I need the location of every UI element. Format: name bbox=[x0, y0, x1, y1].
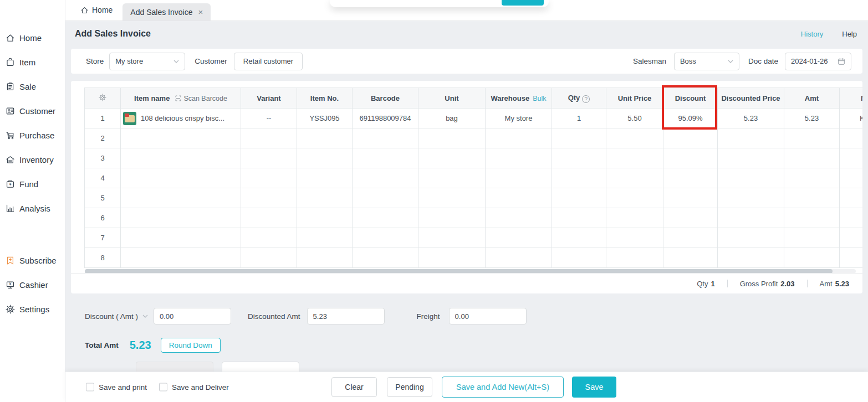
item-no-cell[interactable]: YSSJ095 bbox=[297, 109, 353, 128]
qty-cell[interactable]: 1 bbox=[552, 109, 606, 128]
empty-cell[interactable] bbox=[486, 128, 552, 148]
empty-cell[interactable] bbox=[486, 248, 552, 268]
table-row-empty[interactable]: 2 bbox=[85, 128, 863, 148]
empty-cell[interactable] bbox=[297, 228, 353, 248]
empty-cell[interactable] bbox=[784, 128, 840, 148]
close-icon[interactable]: × bbox=[198, 8, 203, 16]
clear-button[interactable]: Clear bbox=[331, 377, 377, 397]
qty-help-icon[interactable]: ? bbox=[582, 95, 590, 103]
table-row-empty[interactable]: 4 bbox=[85, 168, 863, 188]
empty-cell[interactable] bbox=[418, 168, 486, 188]
empty-cell[interactable] bbox=[663, 188, 718, 208]
unit-cell[interactable]: bag bbox=[418, 109, 486, 128]
sidebar-item-customer[interactable]: Customer bbox=[0, 99, 65, 123]
empty-cell[interactable] bbox=[606, 168, 663, 188]
history-link[interactable]: History bbox=[801, 30, 823, 38]
empty-cell[interactable] bbox=[241, 228, 297, 248]
sidebar-item-fund[interactable]: ¥ Fund bbox=[0, 172, 65, 196]
empty-cell[interactable] bbox=[718, 248, 784, 268]
empty-cell[interactable] bbox=[718, 188, 784, 208]
table-row-empty[interactable]: 5 bbox=[85, 188, 863, 208]
empty-cell[interactable] bbox=[297, 208, 353, 228]
discount-mode-dropdown-label[interactable]: Discount ( Amt ) bbox=[85, 312, 138, 321]
empty-cell[interactable] bbox=[552, 248, 606, 268]
empty-cell[interactable] bbox=[241, 248, 297, 268]
empty-cell[interactable] bbox=[297, 148, 353, 168]
pending-button[interactable]: Pending bbox=[387, 377, 432, 397]
table-row-item[interactable]: 1 108 delicious crispy bisc... -- YSSJ09… bbox=[85, 109, 863, 128]
empty-cell[interactable] bbox=[121, 148, 241, 168]
empty-cell[interactable] bbox=[486, 208, 552, 228]
empty-cell[interactable] bbox=[840, 228, 863, 248]
empty-cell[interactable] bbox=[718, 128, 784, 148]
empty-cell[interactable] bbox=[121, 128, 241, 148]
empty-cell[interactable] bbox=[297, 188, 353, 208]
discount-amt-input[interactable] bbox=[154, 308, 231, 324]
empty-cell[interactable] bbox=[840, 208, 863, 228]
tab-add-sales-invoice[interactable]: Add Sales Invoice × bbox=[122, 3, 211, 20]
discount-cell[interactable]: 95.09% bbox=[663, 109, 718, 128]
sidebar-item-item[interactable]: Item bbox=[0, 50, 65, 74]
empty-cell[interactable] bbox=[241, 188, 297, 208]
sidebar-item-inventory[interactable]: Inventory bbox=[0, 147, 65, 172]
sidebar-item-settings[interactable]: Settings bbox=[0, 297, 65, 321]
freight-input[interactable] bbox=[449, 308, 527, 324]
empty-cell[interactable] bbox=[241, 208, 297, 228]
empty-cell[interactable] bbox=[353, 148, 418, 168]
tab-home[interactable]: Home bbox=[65, 0, 122, 20]
empty-cell[interactable] bbox=[784, 188, 840, 208]
warehouse-bulk-link[interactable]: Bulk bbox=[533, 95, 546, 102]
round-down-button[interactable]: Round Down bbox=[161, 338, 221, 353]
empty-cell[interactable] bbox=[663, 148, 718, 168]
discounted-amt-input[interactable] bbox=[307, 308, 385, 324]
doc-date-input[interactable]: 2024-01-26 bbox=[785, 53, 851, 70]
empty-cell[interactable] bbox=[486, 168, 552, 188]
empty-cell[interactable] bbox=[606, 228, 663, 248]
empty-cell[interactable] bbox=[418, 148, 486, 168]
checkbox-icon[interactable] bbox=[86, 383, 94, 391]
empty-cell[interactable] bbox=[663, 228, 718, 248]
empty-cell[interactable] bbox=[353, 168, 418, 188]
empty-cell[interactable] bbox=[840, 188, 863, 208]
table-row-empty[interactable]: 6 bbox=[85, 208, 863, 228]
save-button[interactable]: Save bbox=[572, 377, 616, 398]
empty-cell[interactable] bbox=[552, 188, 606, 208]
empty-cell[interactable] bbox=[552, 148, 606, 168]
barcode-cell[interactable]: 6911988009784 bbox=[353, 109, 418, 128]
customer-select-button[interactable]: Retail customer bbox=[234, 53, 303, 70]
empty-cell[interactable] bbox=[418, 128, 486, 148]
empty-cell[interactable] bbox=[784, 168, 840, 188]
empty-cell[interactable] bbox=[718, 208, 784, 228]
empty-cell[interactable] bbox=[353, 228, 418, 248]
empty-cell[interactable] bbox=[486, 188, 552, 208]
empty-cell[interactable] bbox=[840, 168, 863, 188]
empty-cell[interactable] bbox=[840, 248, 863, 268]
empty-cell[interactable] bbox=[718, 228, 784, 248]
warehouse-cell[interactable]: My store bbox=[486, 109, 552, 128]
scan-barcode-button[interactable]: Scan Barcode bbox=[175, 95, 227, 102]
empty-cell[interactable] bbox=[784, 228, 840, 248]
empty-cell[interactable] bbox=[552, 208, 606, 228]
empty-cell[interactable] bbox=[718, 168, 784, 188]
empty-cell[interactable] bbox=[297, 168, 353, 188]
empty-cell[interactable] bbox=[418, 208, 486, 228]
empty-cell[interactable] bbox=[663, 248, 718, 268]
empty-cell[interactable] bbox=[241, 148, 297, 168]
empty-cell[interactable] bbox=[353, 248, 418, 268]
empty-cell[interactable] bbox=[784, 208, 840, 228]
empty-cell[interactable] bbox=[606, 128, 663, 148]
empty-cell[interactable] bbox=[418, 248, 486, 268]
empty-cell[interactable] bbox=[552, 168, 606, 188]
save-and-add-new-button[interactable]: Save and Add New(Alt+S) bbox=[442, 377, 564, 398]
empty-cell[interactable] bbox=[297, 248, 353, 268]
column-settings-header[interactable] bbox=[85, 88, 121, 109]
discounted-price-cell[interactable]: 5.23 bbox=[718, 109, 784, 128]
table-row-empty[interactable]: 7 bbox=[85, 228, 863, 248]
empty-cell[interactable] bbox=[241, 128, 297, 148]
unit-price-cell[interactable]: 5.50 bbox=[606, 109, 663, 128]
table-row-empty[interactable]: 3 bbox=[85, 148, 863, 168]
empty-cell[interactable] bbox=[606, 148, 663, 168]
help-link[interactable]: Help bbox=[842, 30, 857, 38]
empty-cell[interactable] bbox=[486, 228, 552, 248]
amt-cell[interactable]: 5.23 bbox=[784, 109, 840, 128]
